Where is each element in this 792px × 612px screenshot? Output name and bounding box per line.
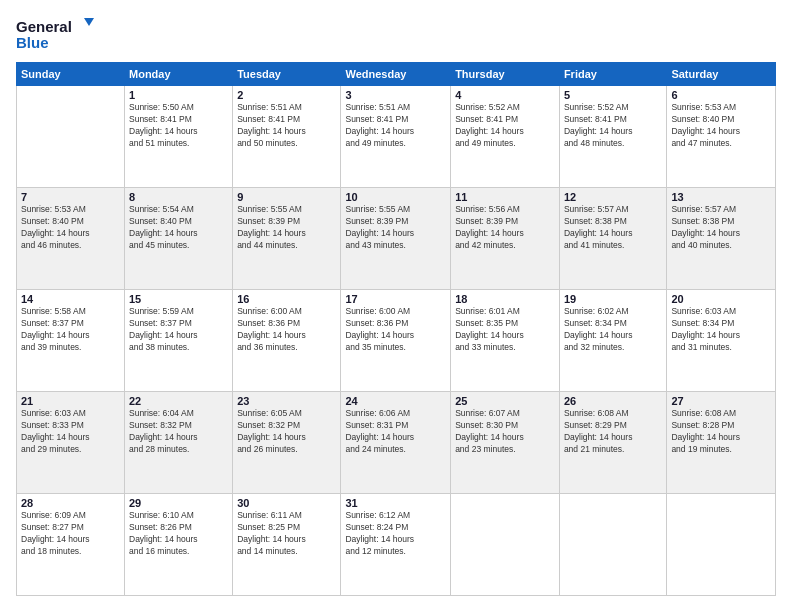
header-thursday: Thursday <box>451 63 560 86</box>
day-number: 15 <box>129 293 228 305</box>
day-info: Sunrise: 5:58 AM Sunset: 8:37 PM Dayligh… <box>21 306 120 354</box>
day-number: 30 <box>237 497 336 509</box>
day-number: 29 <box>129 497 228 509</box>
logo-svg: General Blue <box>16 16 96 52</box>
calendar-cell: 13Sunrise: 5:57 AM Sunset: 8:38 PM Dayli… <box>667 188 776 290</box>
day-number: 25 <box>455 395 555 407</box>
day-info: Sunrise: 5:55 AM Sunset: 8:39 PM Dayligh… <box>345 204 446 252</box>
calendar-cell: 1Sunrise: 5:50 AM Sunset: 8:41 PM Daylig… <box>125 86 233 188</box>
day-info: Sunrise: 5:54 AM Sunset: 8:40 PM Dayligh… <box>129 204 228 252</box>
day-info: Sunrise: 6:00 AM Sunset: 8:36 PM Dayligh… <box>345 306 446 354</box>
calendar-cell: 30Sunrise: 6:11 AM Sunset: 8:25 PM Dayli… <box>233 494 341 596</box>
calendar-cell: 20Sunrise: 6:03 AM Sunset: 8:34 PM Dayli… <box>667 290 776 392</box>
svg-marker-2 <box>84 18 94 26</box>
day-info: Sunrise: 5:57 AM Sunset: 8:38 PM Dayligh… <box>564 204 662 252</box>
day-info: Sunrise: 6:06 AM Sunset: 8:31 PM Dayligh… <box>345 408 446 456</box>
calendar-cell: 11Sunrise: 5:56 AM Sunset: 8:39 PM Dayli… <box>451 188 560 290</box>
day-number: 12 <box>564 191 662 203</box>
day-info: Sunrise: 5:59 AM Sunset: 8:37 PM Dayligh… <box>129 306 228 354</box>
day-info: Sunrise: 5:53 AM Sunset: 8:40 PM Dayligh… <box>671 102 771 150</box>
day-info: Sunrise: 6:04 AM Sunset: 8:32 PM Dayligh… <box>129 408 228 456</box>
weekday-header-row: Sunday Monday Tuesday Wednesday Thursday… <box>17 63 776 86</box>
day-info: Sunrise: 5:51 AM Sunset: 8:41 PM Dayligh… <box>237 102 336 150</box>
svg-text:Blue: Blue <box>16 34 49 51</box>
day-info: Sunrise: 6:00 AM Sunset: 8:36 PM Dayligh… <box>237 306 336 354</box>
calendar-cell <box>667 494 776 596</box>
day-info: Sunrise: 5:55 AM Sunset: 8:39 PM Dayligh… <box>237 204 336 252</box>
day-number: 14 <box>21 293 120 305</box>
header-monday: Monday <box>125 63 233 86</box>
day-info: Sunrise: 6:07 AM Sunset: 8:30 PM Dayligh… <box>455 408 555 456</box>
header-tuesday: Tuesday <box>233 63 341 86</box>
calendar-cell: 3Sunrise: 5:51 AM Sunset: 8:41 PM Daylig… <box>341 86 451 188</box>
day-number: 17 <box>345 293 446 305</box>
day-number: 28 <box>21 497 120 509</box>
day-info: Sunrise: 6:09 AM Sunset: 8:27 PM Dayligh… <box>21 510 120 558</box>
calendar-cell: 23Sunrise: 6:05 AM Sunset: 8:32 PM Dayli… <box>233 392 341 494</box>
calendar-cell <box>17 86 125 188</box>
day-info: Sunrise: 6:08 AM Sunset: 8:28 PM Dayligh… <box>671 408 771 456</box>
calendar-week-row: 21Sunrise: 6:03 AM Sunset: 8:33 PM Dayli… <box>17 392 776 494</box>
calendar-cell: 17Sunrise: 6:00 AM Sunset: 8:36 PM Dayli… <box>341 290 451 392</box>
day-info: Sunrise: 5:50 AM Sunset: 8:41 PM Dayligh… <box>129 102 228 150</box>
calendar-cell <box>451 494 560 596</box>
day-number: 4 <box>455 89 555 101</box>
calendar-cell: 16Sunrise: 6:00 AM Sunset: 8:36 PM Dayli… <box>233 290 341 392</box>
day-number: 11 <box>455 191 555 203</box>
calendar-cell: 10Sunrise: 5:55 AM Sunset: 8:39 PM Dayli… <box>341 188 451 290</box>
day-number: 3 <box>345 89 446 101</box>
day-info: Sunrise: 5:52 AM Sunset: 8:41 PM Dayligh… <box>564 102 662 150</box>
day-info: Sunrise: 6:03 AM Sunset: 8:34 PM Dayligh… <box>671 306 771 354</box>
calendar-cell: 22Sunrise: 6:04 AM Sunset: 8:32 PM Dayli… <box>125 392 233 494</box>
calendar-cell: 24Sunrise: 6:06 AM Sunset: 8:31 PM Dayli… <box>341 392 451 494</box>
calendar-cell: 29Sunrise: 6:10 AM Sunset: 8:26 PM Dayli… <box>125 494 233 596</box>
day-info: Sunrise: 6:10 AM Sunset: 8:26 PM Dayligh… <box>129 510 228 558</box>
day-number: 8 <box>129 191 228 203</box>
day-info: Sunrise: 6:05 AM Sunset: 8:32 PM Dayligh… <box>237 408 336 456</box>
day-number: 31 <box>345 497 446 509</box>
calendar-cell: 7Sunrise: 5:53 AM Sunset: 8:40 PM Daylig… <box>17 188 125 290</box>
day-number: 27 <box>671 395 771 407</box>
day-info: Sunrise: 5:51 AM Sunset: 8:41 PM Dayligh… <box>345 102 446 150</box>
day-info: Sunrise: 6:11 AM Sunset: 8:25 PM Dayligh… <box>237 510 336 558</box>
calendar-cell: 18Sunrise: 6:01 AM Sunset: 8:35 PM Dayli… <box>451 290 560 392</box>
calendar-cell <box>559 494 666 596</box>
day-info: Sunrise: 5:56 AM Sunset: 8:39 PM Dayligh… <box>455 204 555 252</box>
header-friday: Friday <box>559 63 666 86</box>
calendar-cell: 2Sunrise: 5:51 AM Sunset: 8:41 PM Daylig… <box>233 86 341 188</box>
calendar-week-row: 28Sunrise: 6:09 AM Sunset: 8:27 PM Dayli… <box>17 494 776 596</box>
day-number: 2 <box>237 89 336 101</box>
day-number: 1 <box>129 89 228 101</box>
day-number: 20 <box>671 293 771 305</box>
calendar-cell: 25Sunrise: 6:07 AM Sunset: 8:30 PM Dayli… <box>451 392 560 494</box>
day-number: 24 <box>345 395 446 407</box>
day-info: Sunrise: 6:08 AM Sunset: 8:29 PM Dayligh… <box>564 408 662 456</box>
calendar-table: Sunday Monday Tuesday Wednesday Thursday… <box>16 62 776 596</box>
day-info: Sunrise: 6:03 AM Sunset: 8:33 PM Dayligh… <box>21 408 120 456</box>
day-info: Sunrise: 5:52 AM Sunset: 8:41 PM Dayligh… <box>455 102 555 150</box>
day-info: Sunrise: 6:12 AM Sunset: 8:24 PM Dayligh… <box>345 510 446 558</box>
logo: General Blue <box>16 16 96 52</box>
calendar-cell: 12Sunrise: 5:57 AM Sunset: 8:38 PM Dayli… <box>559 188 666 290</box>
day-number: 23 <box>237 395 336 407</box>
day-info: Sunrise: 6:01 AM Sunset: 8:35 PM Dayligh… <box>455 306 555 354</box>
day-number: 6 <box>671 89 771 101</box>
page: General Blue Sunday Monday Tuesday Wedne… <box>0 0 792 612</box>
calendar-cell: 5Sunrise: 5:52 AM Sunset: 8:41 PM Daylig… <box>559 86 666 188</box>
calendar-cell: 9Sunrise: 5:55 AM Sunset: 8:39 PM Daylig… <box>233 188 341 290</box>
header-saturday: Saturday <box>667 63 776 86</box>
day-number: 13 <box>671 191 771 203</box>
day-number: 9 <box>237 191 336 203</box>
calendar-cell: 4Sunrise: 5:52 AM Sunset: 8:41 PM Daylig… <box>451 86 560 188</box>
day-number: 21 <box>21 395 120 407</box>
day-info: Sunrise: 5:57 AM Sunset: 8:38 PM Dayligh… <box>671 204 771 252</box>
header: General Blue <box>16 16 776 52</box>
day-number: 7 <box>21 191 120 203</box>
day-number: 19 <box>564 293 662 305</box>
day-number: 22 <box>129 395 228 407</box>
calendar-cell: 14Sunrise: 5:58 AM Sunset: 8:37 PM Dayli… <box>17 290 125 392</box>
calendar-cell: 31Sunrise: 6:12 AM Sunset: 8:24 PM Dayli… <box>341 494 451 596</box>
day-number: 10 <box>345 191 446 203</box>
calendar-cell: 19Sunrise: 6:02 AM Sunset: 8:34 PM Dayli… <box>559 290 666 392</box>
day-number: 16 <box>237 293 336 305</box>
